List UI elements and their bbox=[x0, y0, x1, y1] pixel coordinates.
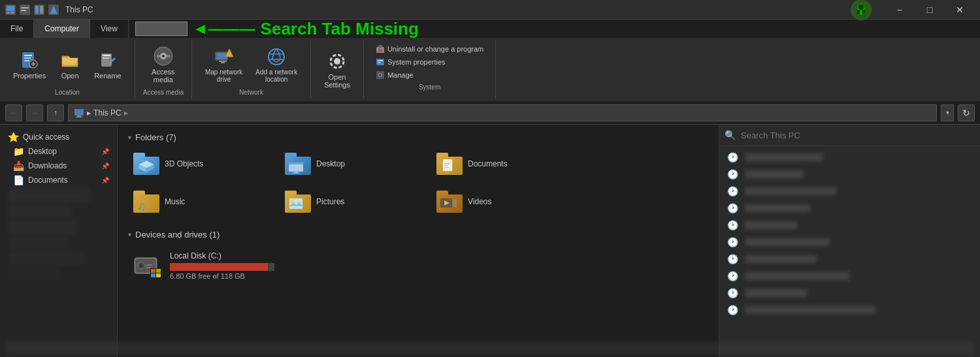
manage-button[interactable]: Manage bbox=[372, 69, 487, 81]
ribbon-content: Properties Open Rename Location bbox=[0, 38, 980, 101]
folder-item-pictures[interactable]: Pictures bbox=[280, 187, 423, 217]
app-icon-3 bbox=[34, 5, 44, 15]
devices-drives-section-header[interactable]: ▾ Devices and drives (1) bbox=[128, 230, 708, 240]
search-input-row: 🔍 bbox=[719, 125, 980, 146]
history-clock-icon-9: 🕐 bbox=[727, 288, 738, 298]
documents-svg bbox=[442, 159, 456, 174]
system-group-label: System bbox=[419, 84, 440, 91]
svg-rect-2 bbox=[7, 12, 10, 14]
history-text-8 bbox=[745, 272, 849, 280]
open-settings-label: Open Settings bbox=[324, 73, 350, 89]
search-history-item-2[interactable]: 🕐 bbox=[719, 166, 980, 183]
pictures-svg bbox=[288, 197, 305, 211]
address-dropdown-button[interactable]: ▾ bbox=[941, 104, 954, 121]
uninstall-program-button[interactable]: Uninstall or change a program bbox=[372, 43, 487, 55]
sidebar-item-downloads[interactable]: 📥 Downloads 📌 bbox=[0, 159, 117, 173]
tab-file[interactable]: File bbox=[0, 20, 34, 38]
folder-icon-documents bbox=[436, 153, 463, 175]
folder-item-desktop[interactable]: Desktop bbox=[280, 149, 423, 179]
open-settings-button[interactable]: Open Settings bbox=[319, 48, 355, 91]
drive-item-c[interactable]: Local Disk (C:) 6.80 GB free of 118 GB bbox=[128, 246, 311, 285]
map-network-drive-label: Map network drive bbox=[205, 69, 242, 83]
search-input[interactable] bbox=[741, 131, 975, 140]
history-clock-icon-8: 🕐 bbox=[727, 271, 738, 281]
folder-icon-videos bbox=[436, 191, 463, 213]
properties-label: Properties bbox=[13, 72, 46, 80]
desktop-folder-icon: 📁 bbox=[13, 146, 24, 157]
svg-rect-60 bbox=[292, 173, 300, 174]
search-history-item-4[interactable]: 🕐 bbox=[719, 200, 980, 217]
search-history-item-6[interactable]: 🕐 bbox=[719, 234, 980, 251]
svg-rect-25 bbox=[103, 57, 109, 59]
search-history-item-10[interactable]: 🕐 bbox=[719, 302, 980, 318]
sidebar-item-quick-access[interactable]: ⭐ Quick access bbox=[0, 130, 117, 144]
search-history-item-8[interactable]: 🕐 bbox=[719, 268, 980, 285]
svg-point-76 bbox=[140, 264, 142, 267]
search-icon: 🔍 bbox=[725, 130, 736, 140]
svg-rect-51 bbox=[74, 109, 84, 116]
local-disk-name: Local Disk (C:) bbox=[170, 251, 306, 260]
tab-computer[interactable]: Computer bbox=[34, 20, 90, 38]
blurred-sidebar-1 bbox=[8, 189, 90, 203]
window-controls: − □ ✕ bbox=[885, 0, 975, 20]
folder-item-3d-objects[interactable]: 3D Objects bbox=[128, 149, 272, 179]
sidebar-item-documents[interactable]: 📄 Documents 📌 bbox=[0, 173, 117, 187]
svg-rect-33 bbox=[219, 61, 227, 62]
access-media-icon bbox=[153, 46, 174, 67]
refresh-button[interactable]: ↻ bbox=[958, 104, 975, 121]
search-history-item-5[interactable]: 🕐 bbox=[719, 217, 980, 234]
history-text-10 bbox=[745, 306, 875, 314]
folder-icon-pictures bbox=[285, 191, 311, 213]
access-media-button[interactable]: Access media bbox=[146, 43, 180, 86]
manage-label: Manage bbox=[387, 71, 414, 79]
search-history-item-1[interactable]: 🕐 bbox=[719, 149, 980, 166]
folder-item-documents[interactable]: Documents bbox=[431, 149, 575, 179]
settings-icon bbox=[327, 51, 348, 72]
drives-chevron: ▾ bbox=[128, 231, 131, 238]
folder-label-documents: Documents bbox=[468, 159, 508, 168]
back-button[interactable]: ← bbox=[5, 104, 22, 121]
close-button[interactable]: ✕ bbox=[945, 0, 975, 20]
app-icon-1 bbox=[5, 5, 16, 15]
open-button[interactable]: Open bbox=[54, 47, 86, 82]
history-clock-icon-7: 🕐 bbox=[727, 254, 738, 264]
rename-button[interactable]: Rename bbox=[89, 47, 127, 82]
address-box[interactable]: ▸ This PC ▸ bbox=[68, 104, 937, 121]
system-properties-button[interactable]: System properties bbox=[372, 56, 487, 68]
properties-button[interactable]: Properties bbox=[8, 47, 51, 82]
ribbon-group-location: Properties Open Rename Location bbox=[0, 40, 135, 99]
up-button[interactable]: ↑ bbox=[47, 104, 64, 121]
ribbon-group-network: Map network drive Add a network location… bbox=[192, 40, 311, 99]
add-network-location-button[interactable]: Add a network location bbox=[250, 44, 302, 85]
search-history-item-9[interactable]: 🕐 bbox=[719, 285, 980, 302]
title-bar-icons bbox=[5, 5, 59, 15]
hdd-svg bbox=[133, 253, 162, 279]
forward-button[interactable]: → bbox=[26, 104, 43, 121]
map-network-drive-button[interactable]: Map network drive bbox=[200, 44, 248, 85]
maximize-button[interactable]: □ bbox=[915, 0, 945, 20]
sidebar-item-desktop[interactable]: 📁 Desktop 📌 bbox=[0, 144, 117, 159]
svg-rect-52 bbox=[77, 116, 81, 117]
rename-label: Rename bbox=[94, 72, 122, 80]
search-history-item-3[interactable]: 🕐 bbox=[719, 183, 980, 200]
folder-icon-3d bbox=[133, 153, 159, 175]
tab-view[interactable]: View bbox=[90, 20, 129, 38]
folder-icon-desktop bbox=[285, 153, 311, 175]
desktop-label: Desktop bbox=[28, 147, 57, 156]
search-history-item-7[interactable]: 🕐 bbox=[719, 251, 980, 268]
folders-section-label: Folders (7) bbox=[135, 132, 176, 142]
folder-item-music[interactable]: ♫ Music bbox=[128, 187, 272, 217]
minimize-button[interactable]: − bbox=[885, 0, 915, 20]
history-clock-icon-5: 🕐 bbox=[727, 220, 738, 230]
history-text-4 bbox=[745, 204, 810, 212]
svg-rect-65 bbox=[444, 167, 449, 168]
downloads-pin-icon: 📌 bbox=[101, 163, 109, 170]
svg-point-13 bbox=[858, 5, 864, 10]
svg-rect-77 bbox=[146, 264, 153, 266]
location-group-label: Location bbox=[55, 89, 80, 96]
folders-section-header[interactable]: ▾ Folders (7) bbox=[128, 132, 708, 142]
system-properties-icon bbox=[376, 57, 385, 67]
network-group-label: Network bbox=[239, 89, 263, 96]
svg-rect-9 bbox=[40, 6, 43, 14]
folder-item-videos[interactable]: Videos bbox=[431, 187, 575, 217]
